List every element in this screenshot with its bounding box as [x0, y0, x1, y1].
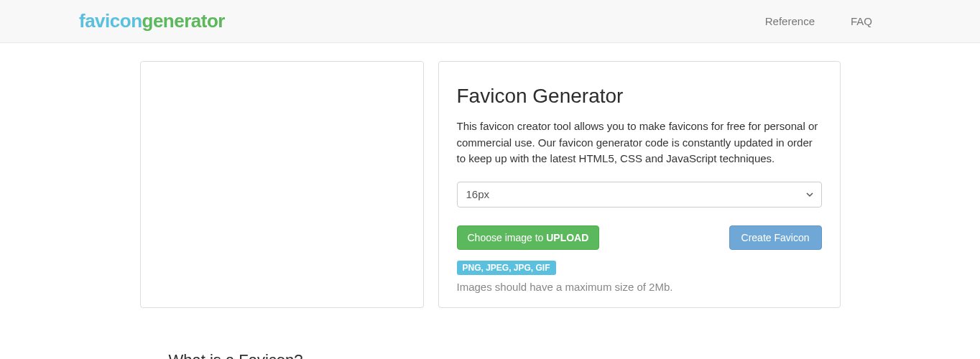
size-select[interactable]: 16px [457, 182, 822, 208]
button-row: Choose image to UPLOAD Create Favicon [457, 225, 822, 250]
navbar: favicongenerator Reference FAQ [0, 0, 980, 43]
size-hint: Images should have a maximum size of 2Mb… [457, 281, 822, 293]
nav-faq[interactable]: FAQ [851, 15, 872, 27]
upload-button[interactable]: Choose image to UPLOAD [457, 225, 600, 250]
generator-panel: Favicon Generator This favicon creator t… [438, 61, 841, 308]
logo[interactable]: favicongenerator [79, 10, 225, 32]
panel-title: Favicon Generator [457, 85, 822, 108]
description-text: This favicon creator tool allows you to … [457, 118, 822, 167]
upload-prefix: Choose image to [468, 232, 547, 243]
nav-links: Reference FAQ [765, 15, 872, 27]
preview-panel [140, 61, 424, 308]
create-favicon-button[interactable]: Create Favicon [729, 225, 822, 250]
nav-reference[interactable]: Reference [765, 15, 815, 27]
upload-bold: UPLOAD [546, 232, 588, 243]
logo-part-favicon: favicon [79, 10, 142, 32]
main-container: Favicon Generator This favicon creator t… [140, 43, 841, 359]
section-heading: What is a Favicon? [169, 351, 841, 360]
logo-part-generator: generator [142, 10, 225, 32]
panels-row: Favicon Generator This favicon creator t… [140, 61, 841, 308]
formats-badge: PNG, JPEG, JPG, GIF [457, 261, 556, 275]
